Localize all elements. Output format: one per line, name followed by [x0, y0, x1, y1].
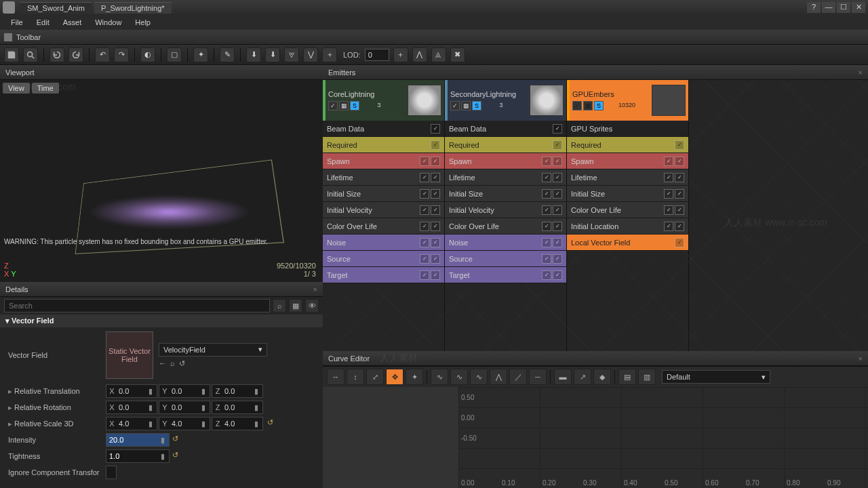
close-icon[interactable]: × — [859, 68, 863, 77]
fit-vertical-icon[interactable]: ↕ — [347, 369, 364, 385]
fit-all-icon[interactable]: ⤢ — [366, 369, 384, 385]
linear-tangent-icon[interactable]: ／ — [509, 369, 527, 385]
menu-edit[interactable]: Edit — [30, 17, 56, 28]
constant-tangent-icon[interactable]: ─ — [529, 369, 547, 385]
rel-scale-x[interactable]: X▮ — [106, 417, 157, 430]
menu-help[interactable]: Help — [128, 17, 157, 28]
grid-view-icon[interactable]: ▦ — [289, 299, 302, 312]
flatten-icon[interactable]: ▬ — [554, 369, 572, 385]
fit-horizontal-icon[interactable]: ↔ — [327, 369, 344, 385]
vf-asset-dropdown[interactable]: VelocityField▾ — [159, 343, 267, 357]
show-all-icon[interactable]: ◆ — [593, 369, 611, 385]
break-tangent-icon[interactable]: ⋀ — [490, 369, 507, 385]
delete-tab-icon[interactable]: ▥ — [638, 369, 656, 385]
module-row[interactable]: Lifetime✓✓ — [567, 169, 688, 186]
close-icon[interactable]: × — [313, 285, 317, 293]
rel-scale-z[interactable]: Z▮ — [212, 417, 263, 430]
rel-trans-y[interactable]: Y▮ — [159, 384, 210, 398]
undo-button[interactable] — [50, 47, 64, 62]
rel-rot-label[interactable]: Relative Rotation — [4, 403, 106, 412]
reset-icon[interactable]: ↺ — [179, 359, 185, 368]
help-icon[interactable]: ? — [807, 2, 821, 13]
module-row[interactable]: Required✓ — [323, 137, 444, 153]
curve-tab-dropdown[interactable]: Default▾ — [662, 370, 770, 384]
module-row[interactable]: Color Over Life✓✓ — [323, 218, 444, 235]
rel-trans-label[interactable]: Relative Translation — [4, 387, 106, 396]
regen-lod-dup-button[interactable]: ⬇ — [265, 47, 280, 62]
pan-icon[interactable]: ✥ — [386, 369, 403, 385]
viewport[interactable]: View Time WARNING: This particle system … — [0, 80, 323, 282]
emitter-header[interactable]: GPUEmbers✓▦S10320 — [567, 80, 688, 121]
restart-level-button[interactable]: ↷ — [114, 47, 129, 62]
rel-rot-z[interactable]: Z▮ — [212, 401, 263, 414]
bounds-button[interactable]: ▢ — [167, 47, 182, 62]
time-button[interactable]: Time — [32, 83, 59, 94]
module-row[interactable]: Lifetime✓✓ — [323, 169, 444, 186]
search-input[interactable] — [4, 299, 270, 312]
emitters-tab[interactable]: Emitters × — [323, 65, 868, 80]
search-icon[interactable]: ⌕ — [273, 299, 286, 312]
delete-lod-button[interactable]: ✖ — [450, 47, 465, 62]
intensity-input[interactable]: ▮ — [106, 433, 170, 447]
save-button[interactable] — [4, 47, 19, 62]
regen-lod-button[interactable]: ⬇ — [246, 47, 261, 62]
emitters-area[interactable]: CoreLightning✓▦S3Beam Data✓Required✓Spaw… — [323, 80, 868, 351]
add-lod-button[interactable]: ＋ — [322, 47, 337, 62]
menu-window[interactable]: Window — [88, 17, 128, 28]
eye-icon[interactable]: 👁 — [305, 299, 319, 312]
module-row[interactable]: Required✓ — [567, 137, 688, 153]
module-row[interactable]: Target✓✓ — [445, 267, 566, 283]
maximize-button[interactable]: ☐ — [837, 2, 850, 13]
rel-rot-x[interactable]: X▮ — [106, 401, 157, 414]
module-row[interactable]: Color Over Life✓✓ — [567, 202, 688, 218]
viewport-tab[interactable]: Viewport — [0, 65, 323, 80]
rel-scale-y[interactable]: Y▮ — [159, 417, 210, 430]
lowest-lod-button[interactable]: ⩔ — [284, 47, 299, 62]
module-row[interactable]: Spawn✓✓ — [567, 153, 688, 169]
higher-lod-button[interactable]: ⋀ — [412, 47, 427, 62]
close-button[interactable]: ✕ — [852, 2, 865, 13]
module-row[interactable]: Initial Location✓✓ — [567, 218, 688, 235]
add-lod-after-button[interactable]: ＋ — [393, 47, 408, 62]
module-row[interactable]: Initial Velocity✓✓ — [323, 202, 444, 218]
minimize-button[interactable]: — — [822, 2, 835, 13]
back-arrow-icon[interactable]: ← — [159, 359, 166, 368]
module-row[interactable]: Noise✓✓ — [445, 235, 566, 251]
module-row[interactable]: Local Vector Field✓ — [567, 235, 688, 251]
rel-rot-y[interactable]: Y▮ — [159, 401, 210, 414]
vf-asset-slot[interactable]: Static Vector Field — [106, 331, 153, 379]
find-icon[interactable]: ⌕ — [170, 359, 175, 368]
module-row[interactable]: Lifetime✓✓ — [445, 169, 566, 186]
module-row[interactable]: Beam Data✓ — [323, 121, 444, 137]
emitter-header[interactable]: CoreLightning✓▦S3 — [323, 80, 444, 121]
rel-trans-z[interactable]: Z▮ — [212, 384, 263, 398]
tightness-input[interactable]: ▮ — [106, 449, 170, 463]
rel-trans-x[interactable]: X▮ — [106, 384, 157, 398]
curve-plot[interactable]: 0.500.00-0.500.000.100.200.300.400.500.6… — [458, 387, 868, 488]
module-row[interactable]: Spawn✓✓ — [445, 153, 566, 169]
view-button[interactable]: View — [3, 83, 30, 94]
curve-editor-tab[interactable]: Curve Editor × — [323, 351, 868, 366]
module-row[interactable]: Required✓ — [445, 137, 566, 153]
highest-lod-button[interactable]: ⩓ — [431, 47, 446, 62]
module-row[interactable]: Source✓✓ — [323, 251, 444, 267]
straighten-icon[interactable]: ↗ — [574, 369, 591, 385]
reset-intensity-icon[interactable]: ↺ — [172, 434, 183, 445]
thumbnail-button[interactable]: ◐ — [140, 47, 155, 62]
ignore-transform-checkbox[interactable] — [106, 466, 117, 479]
module-row[interactable]: Beam Data✓ — [445, 121, 566, 137]
redo-button[interactable] — [68, 47, 83, 62]
close-icon[interactable]: × — [859, 354, 863, 363]
lod-value-input[interactable] — [365, 49, 389, 61]
module-row[interactable]: Initial Velocity✓✓ — [445, 202, 566, 218]
module-row[interactable]: Noise✓✓ — [323, 235, 444, 251]
module-row[interactable]: Spawn✓✓ — [323, 153, 444, 169]
category-vector-field[interactable]: Vector Field — [0, 314, 323, 327]
reset-scale-icon[interactable]: ↺ — [267, 418, 278, 429]
restart-sim-button[interactable]: ↶ — [95, 47, 110, 62]
browse-button[interactable] — [23, 47, 38, 62]
menu-asset[interactable]: Asset — [56, 17, 89, 28]
auto-clamped-icon[interactable]: ∿ — [450, 369, 468, 385]
reset-tightness-icon[interactable]: ↺ — [172, 451, 183, 462]
origin-axis-button[interactable]: ✦ — [193, 47, 208, 62]
